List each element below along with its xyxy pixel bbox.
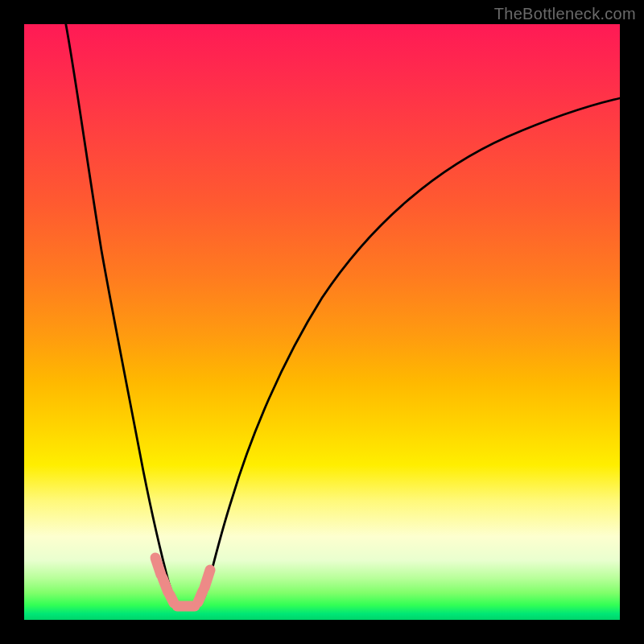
bottleneck-curve bbox=[66, 24, 620, 606]
plot-area bbox=[24, 24, 620, 620]
watermark-text: TheBottleneck.com bbox=[494, 5, 636, 23]
chart-stage: TheBottleneck.com bbox=[0, 0, 644, 644]
curve-layer bbox=[24, 24, 620, 620]
